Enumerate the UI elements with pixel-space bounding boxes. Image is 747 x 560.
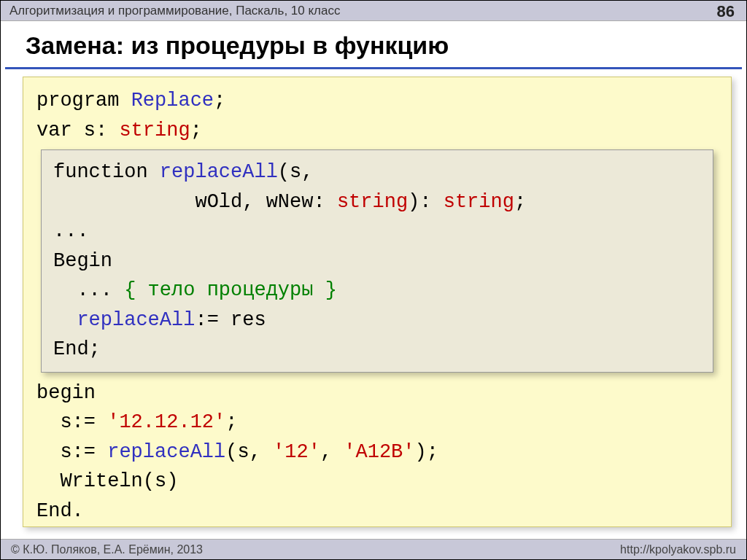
code-line: Begin bbox=[53, 246, 701, 276]
slide-title: Замена: из процедуры в функцию bbox=[5, 21, 742, 69]
code-line: Writeln(s) bbox=[36, 467, 718, 497]
code-line: End; bbox=[53, 335, 701, 365]
code-line: End. bbox=[36, 497, 718, 526]
code-line: function replaceAll(s, bbox=[53, 158, 701, 187]
code-line: var s: string; bbox=[36, 116, 718, 146]
footer-bar: © К.Ю. Поляков, Е.А. Ерёмин, 2013 http:/… bbox=[1, 539, 746, 559]
code-line: ... bbox=[53, 217, 701, 246]
code-line: ... { тело процедуры } bbox=[53, 276, 701, 306]
code-line: begin bbox=[36, 378, 718, 408]
inner-code-box: function replaceAll(s, wOld, wNew: strin… bbox=[41, 149, 713, 373]
code-line: replaceAll:= res bbox=[53, 306, 701, 335]
code-line: wOld, wNew: string): string; bbox=[53, 187, 701, 217]
code-line: program Replace; bbox=[36, 86, 718, 116]
footer-url: http://kpolyakov.spb.ru bbox=[620, 543, 736, 556]
header-bar: Алгоритмизация и программирование, Паска… bbox=[1, 1, 746, 21]
code-block: program Replace; var s: string; function… bbox=[23, 77, 732, 527]
copyright: © К.Ю. Поляков, Е.А. Ерёмин, 2013 bbox=[11, 543, 203, 556]
page-number: 86 bbox=[717, 2, 735, 21]
code-line: s:= '12.12.12'; bbox=[36, 408, 718, 438]
breadcrumb: Алгоритмизация и программирование, Паска… bbox=[9, 4, 340, 18]
code-line: s:= replaceAll(s, '12', 'A12B'); bbox=[36, 438, 718, 467]
slide: Алгоритмизация и программирование, Паска… bbox=[0, 0, 747, 560]
